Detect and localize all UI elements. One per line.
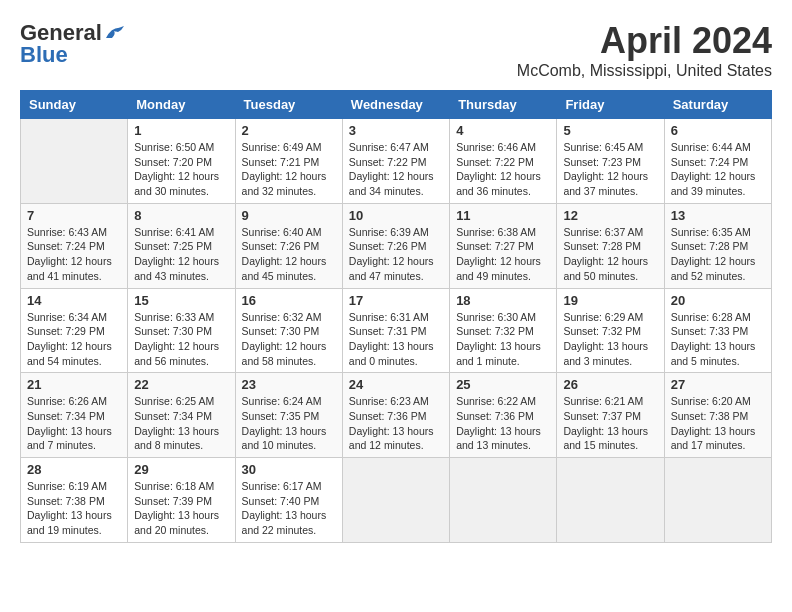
calendar-cell: 18Sunrise: 6:30 AMSunset: 7:32 PMDayligh… <box>450 288 557 373</box>
sunset-text: Sunset: 7:25 PM <box>134 239 228 254</box>
day-number: 9 <box>242 208 336 223</box>
day-number: 13 <box>671 208 765 223</box>
sunset-text: Sunset: 7:24 PM <box>671 155 765 170</box>
sunrise-text: Sunrise: 6:38 AM <box>456 225 550 240</box>
daylight-text: Daylight: 13 hoursand 13 minutes. <box>456 424 550 453</box>
sunset-text: Sunset: 7:36 PM <box>349 409 443 424</box>
sunrise-text: Sunrise: 6:25 AM <box>134 394 228 409</box>
sunrise-text: Sunrise: 6:37 AM <box>563 225 657 240</box>
daylight-text: Daylight: 12 hoursand 47 minutes. <box>349 254 443 283</box>
calendar-cell: 6Sunrise: 6:44 AMSunset: 7:24 PMDaylight… <box>664 119 771 204</box>
sunset-text: Sunset: 7:38 PM <box>27 494 121 509</box>
day-number: 24 <box>349 377 443 392</box>
day-info: Sunrise: 6:49 AMSunset: 7:21 PMDaylight:… <box>242 140 336 199</box>
day-number: 10 <box>349 208 443 223</box>
daylight-text: Daylight: 13 hoursand 5 minutes. <box>671 339 765 368</box>
sunrise-text: Sunrise: 6:34 AM <box>27 310 121 325</box>
day-info: Sunrise: 6:44 AMSunset: 7:24 PMDaylight:… <box>671 140 765 199</box>
daylight-text: Daylight: 12 hoursand 36 minutes. <box>456 169 550 198</box>
day-number: 12 <box>563 208 657 223</box>
calendar-cell <box>557 458 664 543</box>
logo: General Blue <box>20 20 126 68</box>
calendar-cell: 17Sunrise: 6:31 AMSunset: 7:31 PMDayligh… <box>342 288 449 373</box>
day-info: Sunrise: 6:43 AMSunset: 7:24 PMDaylight:… <box>27 225 121 284</box>
sunset-text: Sunset: 7:23 PM <box>563 155 657 170</box>
day-info: Sunrise: 6:33 AMSunset: 7:30 PMDaylight:… <box>134 310 228 369</box>
day-info: Sunrise: 6:41 AMSunset: 7:25 PMDaylight:… <box>134 225 228 284</box>
daylight-text: Daylight: 13 hoursand 22 minutes. <box>242 508 336 537</box>
sunrise-text: Sunrise: 6:46 AM <box>456 140 550 155</box>
calendar-cell: 29Sunrise: 6:18 AMSunset: 7:39 PMDayligh… <box>128 458 235 543</box>
day-info: Sunrise: 6:32 AMSunset: 7:30 PMDaylight:… <box>242 310 336 369</box>
calendar-cell: 25Sunrise: 6:22 AMSunset: 7:36 PMDayligh… <box>450 373 557 458</box>
daylight-text: Daylight: 12 hoursand 43 minutes. <box>134 254 228 283</box>
calendar-cell <box>342 458 449 543</box>
calendar-cell: 5Sunrise: 6:45 AMSunset: 7:23 PMDaylight… <box>557 119 664 204</box>
daylight-text: Daylight: 13 hoursand 7 minutes. <box>27 424 121 453</box>
sunrise-text: Sunrise: 6:33 AM <box>134 310 228 325</box>
day-info: Sunrise: 6:45 AMSunset: 7:23 PMDaylight:… <box>563 140 657 199</box>
sunset-text: Sunset: 7:30 PM <box>242 324 336 339</box>
calendar-cell: 24Sunrise: 6:23 AMSunset: 7:36 PMDayligh… <box>342 373 449 458</box>
day-number: 27 <box>671 377 765 392</box>
calendar-cell <box>664 458 771 543</box>
day-number: 11 <box>456 208 550 223</box>
sunrise-text: Sunrise: 6:30 AM <box>456 310 550 325</box>
day-number: 29 <box>134 462 228 477</box>
sunrise-text: Sunrise: 6:21 AM <box>563 394 657 409</box>
day-info: Sunrise: 6:24 AMSunset: 7:35 PMDaylight:… <box>242 394 336 453</box>
sunrise-text: Sunrise: 6:35 AM <box>671 225 765 240</box>
sunset-text: Sunset: 7:30 PM <box>134 324 228 339</box>
day-number: 4 <box>456 123 550 138</box>
day-header-friday: Friday <box>557 91 664 119</box>
day-number: 5 <box>563 123 657 138</box>
daylight-text: Daylight: 12 hoursand 54 minutes. <box>27 339 121 368</box>
sunrise-text: Sunrise: 6:20 AM <box>671 394 765 409</box>
daylight-text: Daylight: 12 hoursand 39 minutes. <box>671 169 765 198</box>
day-header-thursday: Thursday <box>450 91 557 119</box>
day-info: Sunrise: 6:19 AMSunset: 7:38 PMDaylight:… <box>27 479 121 538</box>
daylight-text: Daylight: 12 hoursand 52 minutes. <box>671 254 765 283</box>
sunset-text: Sunset: 7:34 PM <box>134 409 228 424</box>
day-number: 1 <box>134 123 228 138</box>
daylight-text: Daylight: 13 hoursand 1 minute. <box>456 339 550 368</box>
day-number: 18 <box>456 293 550 308</box>
calendar-cell: 14Sunrise: 6:34 AMSunset: 7:29 PMDayligh… <box>21 288 128 373</box>
daylight-text: Daylight: 13 hoursand 20 minutes. <box>134 508 228 537</box>
day-number: 17 <box>349 293 443 308</box>
day-header-wednesday: Wednesday <box>342 91 449 119</box>
sunrise-text: Sunrise: 6:39 AM <box>349 225 443 240</box>
day-number: 20 <box>671 293 765 308</box>
sunset-text: Sunset: 7:28 PM <box>563 239 657 254</box>
day-info: Sunrise: 6:25 AMSunset: 7:34 PMDaylight:… <box>134 394 228 453</box>
day-header-sunday: Sunday <box>21 91 128 119</box>
day-info: Sunrise: 6:17 AMSunset: 7:40 PMDaylight:… <box>242 479 336 538</box>
day-number: 28 <box>27 462 121 477</box>
sunrise-text: Sunrise: 6:28 AM <box>671 310 765 325</box>
sunrise-text: Sunrise: 6:23 AM <box>349 394 443 409</box>
daylight-text: Daylight: 12 hoursand 41 minutes. <box>27 254 121 283</box>
week-row-1: 1Sunrise: 6:50 AMSunset: 7:20 PMDaylight… <box>21 119 772 204</box>
sunrise-text: Sunrise: 6:18 AM <box>134 479 228 494</box>
daylight-text: Daylight: 12 hoursand 50 minutes. <box>563 254 657 283</box>
sunrise-text: Sunrise: 6:19 AM <box>27 479 121 494</box>
day-info: Sunrise: 6:38 AMSunset: 7:27 PMDaylight:… <box>456 225 550 284</box>
daylight-text: Daylight: 13 hoursand 19 minutes. <box>27 508 121 537</box>
sunset-text: Sunset: 7:26 PM <box>349 239 443 254</box>
calendar-cell: 28Sunrise: 6:19 AMSunset: 7:38 PMDayligh… <box>21 458 128 543</box>
day-number: 8 <box>134 208 228 223</box>
daylight-text: Daylight: 13 hoursand 12 minutes. <box>349 424 443 453</box>
logo-bird-icon <box>104 24 126 42</box>
calendar-cell: 4Sunrise: 6:46 AMSunset: 7:22 PMDaylight… <box>450 119 557 204</box>
daylight-text: Daylight: 12 hoursand 58 minutes. <box>242 339 336 368</box>
day-number: 30 <box>242 462 336 477</box>
daylight-text: Daylight: 13 hoursand 0 minutes. <box>349 339 443 368</box>
calendar-cell: 9Sunrise: 6:40 AMSunset: 7:26 PMDaylight… <box>235 203 342 288</box>
sunrise-text: Sunrise: 6:29 AM <box>563 310 657 325</box>
daylight-text: Daylight: 13 hoursand 10 minutes. <box>242 424 336 453</box>
sunrise-text: Sunrise: 6:47 AM <box>349 140 443 155</box>
day-number: 23 <box>242 377 336 392</box>
day-info: Sunrise: 6:30 AMSunset: 7:32 PMDaylight:… <box>456 310 550 369</box>
sunset-text: Sunset: 7:35 PM <box>242 409 336 424</box>
sunrise-text: Sunrise: 6:45 AM <box>563 140 657 155</box>
